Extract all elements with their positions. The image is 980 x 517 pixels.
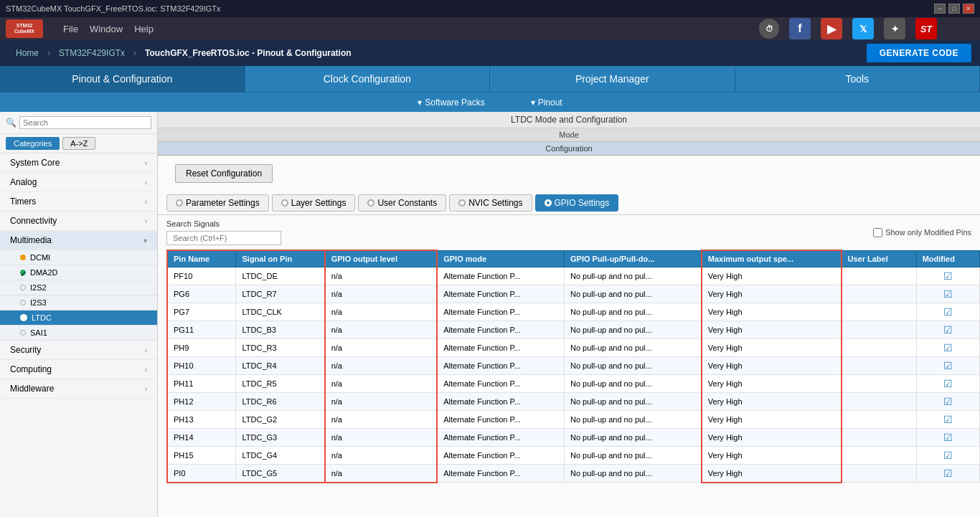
generate-code-button[interactable]: GENERATE CODE — [867, 44, 971, 62]
table-cell: Very High — [702, 357, 842, 375]
sidebar-item-system-core[interactable]: System Core › — [0, 153, 157, 173]
tab-categories[interactable]: Categories — [6, 137, 60, 150]
table-cell: Very High — [702, 429, 842, 447]
sidebar-item-connectivity[interactable]: Connectivity › — [0, 212, 157, 231]
table-cell — [842, 447, 917, 465]
tab-parameter-settings[interactable]: Parameter Settings — [166, 194, 269, 212]
radio-gpio — [545, 199, 552, 207]
table-row[interactable]: PH15LTDC_G4n/aAlternate Function P...No … — [167, 447, 980, 465]
table-row[interactable]: PG7LTDC_CLKn/aAlternate Function P...No … — [167, 303, 980, 321]
maximize-button[interactable]: □ — [948, 4, 960, 14]
network-icon[interactable]: ✦ — [884, 18, 905, 39]
table-cell — [842, 393, 917, 411]
table-row[interactable]: PH12LTDC_R6n/aAlternate Function P...No … — [167, 393, 980, 411]
table-cell: PG7 — [167, 303, 236, 321]
table-row[interactable]: PH10LTDC_R4n/aAlternate Function P...No … — [167, 357, 980, 375]
subitem-ltdc[interactable]: ✓ LTDC — [0, 310, 157, 326]
subitem-i2s3[interactable]: I2S3 — [0, 295, 157, 310]
twitter-icon[interactable]: 𝕏 — [852, 18, 874, 39]
show-modified-checkbox[interactable] — [873, 228, 882, 237]
table-cell: Very High — [702, 393, 842, 411]
breadcrumb-file[interactable]: TouchGFX_FreeRTOS.ioc - Pinout & Configu… — [138, 48, 359, 58]
tab-project-manager[interactable]: Project Manager — [490, 66, 735, 92]
table-row[interactable]: PH14LTDC_G3n/aAlternate Function P...No … — [167, 429, 980, 447]
tab-gpio-settings[interactable]: GPIO Settings — [535, 194, 619, 212]
subitem-sai1[interactable]: SAI1 — [0, 326, 157, 341]
show-modified-toggle[interactable]: Show only Modified Pins — [873, 228, 971, 237]
table-cell: ☑ — [916, 447, 979, 465]
minimize-button[interactable]: ─ — [934, 4, 946, 14]
col-pull: GPIO Pull-up/Pull-do... — [564, 250, 701, 267]
sidebar-item-multimedia[interactable]: Multimedia ▾ — [0, 231, 157, 250]
tab-user-constants[interactable]: User Constants — [358, 194, 446, 212]
table-cell: Alternate Function P... — [437, 429, 564, 447]
table-cell: Alternate Function P... — [437, 465, 564, 483]
search-signals-label: Search Signals — [166, 219, 281, 228]
breadcrumb-device[interactable]: STM32F429IGTx — [52, 48, 132, 58]
table-cell: n/a — [325, 411, 438, 429]
chevron-multimedia: ▾ — [143, 237, 147, 245]
sidebar-item-analog[interactable]: Analog › — [0, 173, 157, 192]
tab-pinout-config[interactable]: Pinout & Configuration — [0, 66, 245, 92]
table-cell: n/a — [325, 339, 438, 357]
tab-nvic-settings[interactable]: NVIC Settings — [449, 194, 532, 212]
facebook-icon[interactable]: f — [789, 18, 811, 39]
table-cell — [842, 267, 917, 285]
signal-search-input[interactable] — [166, 231, 281, 245]
menu-help[interactable]: Help — [128, 21, 159, 37]
subitem-i2s2[interactable]: I2S2 — [0, 280, 157, 295]
table-row[interactable]: PG6LTDC_R7n/aAlternate Function P...No p… — [167, 285, 980, 303]
table-row[interactable]: PH11LTDC_R5n/aAlternate Function P...No … — [167, 375, 980, 393]
chevron-middleware: › — [145, 385, 147, 393]
subitem-dma2d[interactable]: ✓ DMA2D — [0, 265, 157, 280]
tab-clock-config[interactable]: Clock Configuration — [245, 66, 491, 92]
table-cell: No pull-up and no pul... — [564, 465, 701, 483]
close-button[interactable]: ✕ — [963, 4, 974, 14]
table-cell: Very High — [702, 375, 842, 393]
table-cell: n/a — [325, 393, 438, 411]
software-packs-chevron: ▾ — [418, 98, 422, 108]
table-cell: n/a — [325, 303, 438, 321]
st-icon[interactable]: ST — [915, 18, 937, 39]
table-cell: n/a — [325, 267, 438, 285]
breadcrumb-home[interactable]: Home — [9, 48, 46, 58]
table-cell: Very High — [702, 267, 842, 285]
youtube-icon[interactable]: ▶ — [821, 18, 842, 39]
sidebar-item-computing[interactable]: Computing › — [0, 360, 157, 379]
table-cell: PG6 — [167, 285, 236, 303]
table-row[interactable]: PF10LTDC_DEn/aAlternate Function P...No … — [167, 267, 980, 285]
table-row[interactable]: PG11LTDC_B3n/aAlternate Function P...No … — [167, 321, 980, 339]
table-cell: n/a — [325, 465, 438, 483]
tab-layer-settings[interactable]: Layer Settings — [272, 194, 356, 212]
table-cell: LTDC_G5 — [236, 465, 325, 483]
table-cell: Alternate Function P... — [437, 393, 564, 411]
sidebar-item-security[interactable]: Security › — [0, 341, 157, 360]
table-row[interactable]: PI0LTDC_G5n/aAlternate Function P...No p… — [167, 465, 980, 483]
tab-az[interactable]: A->Z — [62, 137, 95, 150]
col-label: User Label — [842, 250, 917, 267]
table-row[interactable]: PH9LTDC_R3n/aAlternate Function P...No p… — [167, 339, 980, 357]
radio-parameter — [176, 199, 183, 207]
table-header-row: Pin Name Signal on Pin GPIO output level… — [167, 250, 980, 267]
table-cell: No pull-up and no pul... — [564, 411, 701, 429]
tab-tools[interactable]: Tools — [735, 66, 981, 92]
sidebar-item-middleware[interactable]: Middleware › — [0, 379, 157, 399]
subtab-software-packs[interactable]: ▾ Software Packs — [409, 95, 493, 110]
table-cell: LTDC_G4 — [236, 447, 325, 465]
radio-nvic — [458, 199, 466, 207]
table-cell: No pull-up and no pul... — [564, 267, 701, 285]
sidebar-search-bar: 🔍 — [0, 112, 157, 134]
subtab-pinout[interactable]: ▾ Pinout — [522, 95, 571, 110]
sidebar-item-timers[interactable]: Timers › — [0, 192, 157, 212]
subitem-dcmi[interactable]: DCMI — [0, 250, 157, 265]
menu-file[interactable]: File — [57, 21, 84, 37]
table-cell: No pull-up and no pul... — [564, 429, 701, 447]
search-input[interactable] — [19, 116, 151, 129]
logo: STM32 CubeMX — [6, 19, 43, 38]
reset-config-button[interactable]: Reset Configuration — [175, 164, 273, 183]
menu-window[interactable]: Window — [84, 21, 128, 37]
table-cell: PH12 — [167, 393, 236, 411]
breadcrumb-arrow-2: › — [133, 48, 136, 58]
table-cell: PH9 — [167, 339, 236, 357]
table-row[interactable]: PH13LTDC_G2n/aAlternate Function P...No … — [167, 411, 980, 429]
